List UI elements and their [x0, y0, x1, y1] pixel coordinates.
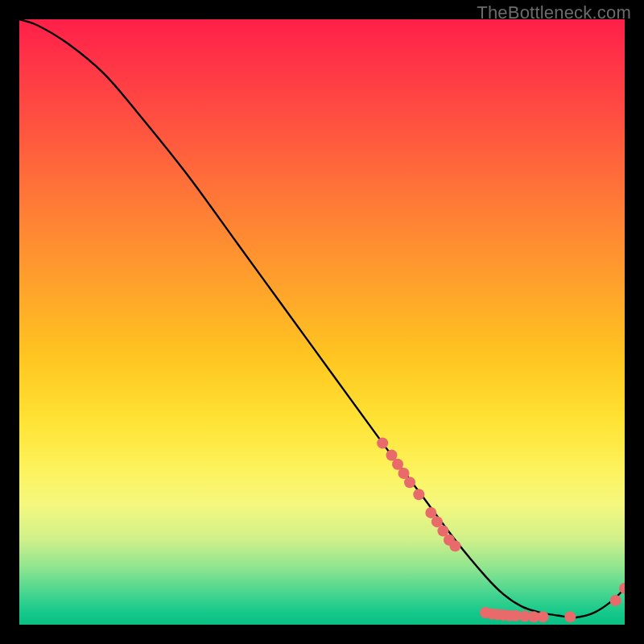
curve-marker [537, 611, 548, 622]
chart-frame: TheBottleneck.com [0, 0, 644, 644]
watermark-text: TheBottleneck.com [477, 2, 631, 23]
curve-marker [449, 540, 460, 551]
curve-marker [610, 595, 621, 606]
curve-marker [377, 437, 388, 448]
curve-marker [404, 477, 415, 488]
curve-markers [377, 437, 625, 622]
chart-overlay [19, 19, 625, 625]
plot-area [19, 19, 625, 625]
curve-marker [413, 489, 424, 500]
bottleneck-curve [19, 19, 625, 617]
curve-marker [564, 611, 576, 622]
